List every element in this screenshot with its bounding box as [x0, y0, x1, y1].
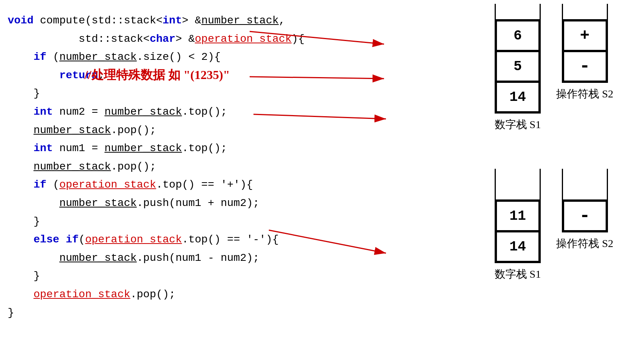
bottom-op-stack-top-space — [562, 169, 608, 199]
top-number-stack-wrapper: 6 5 14 数字栈 S1 — [495, 4, 541, 132]
code-line-17: } — [8, 304, 361, 322]
code-line-5: } — [8, 84, 361, 103]
top-op-stack: + - — [562, 19, 608, 83]
top-op-stack-top-space — [562, 4, 608, 19]
code-line-16: operation_stack.pop(); — [8, 285, 361, 304]
top-op-cell-plus: + — [563, 20, 607, 51]
bottom-number-stack-label: 数字栈 S1 — [495, 267, 541, 282]
top-number-stack-label: 数字栈 S1 — [495, 117, 541, 132]
top-op-stack-label: 操作符栈 S2 — [556, 87, 613, 101]
code-line-8: int num1 = number_stack.top(); — [8, 139, 361, 158]
bottom-op-cell-minus: - — [563, 201, 607, 231]
bottom-number-cell-11: 11 — [496, 201, 540, 231]
top-op-cell-minus: - — [563, 51, 607, 82]
code-line-1: void compute(std::stack<int> &number_sta… — [8, 12, 361, 30]
code-line-15: } — [8, 267, 361, 285]
top-number-stack-top-space — [495, 4, 541, 19]
code-section: void compute(std::stack<int> &number_sta… — [0, 0, 369, 364]
bottom-number-stack-wrapper: 11 14 数字栈 S1 — [495, 169, 541, 282]
top-number-stack: 6 5 14 — [495, 19, 541, 114]
code-line-9: number_stack.pop(); — [8, 158, 361, 176]
top-op-stack-wrapper: + - 操作符栈 S2 — [556, 4, 613, 132]
code-line-6: int num2 = number_stack.top(); — [8, 103, 361, 121]
code-line-2: std::stack<char> &operation stack){ — [8, 30, 361, 48]
bottom-op-stack-wrapper: - 操作符栈 S2 — [556, 169, 613, 282]
top-number-cell-5: 5 — [496, 51, 540, 82]
code-line-12: } — [8, 212, 361, 231]
top-number-cell-6: 6 — [496, 20, 540, 51]
bottom-number-stack-top-space — [495, 169, 541, 199]
code-line-13: else if(operation_stack.top() == '-'){ — [8, 231, 361, 249]
top-number-cell-14: 14 — [496, 82, 540, 112]
top-stack-pair: 6 5 14 数字栈 S1 + - 操作符栈 S2 — [495, 4, 613, 132]
code-line-10: if (operation_stack.top() == '+'){ — [8, 176, 361, 194]
bottom-stack-pair: 11 14 数字栈 S1 - 操作符栈 S2 — [495, 169, 613, 282]
code-line-14: number_stack.push(num1 - num2); — [8, 249, 361, 267]
code-line-11: number_stack.push(num1 + num2); — [8, 194, 361, 212]
code-line-3: if (number_stack.size() < 2){ — [8, 48, 361, 66]
code-line-7: number_stack.pop(); — [8, 121, 361, 140]
comment-text: //处理特殊数据 如 "(1235)" — [84, 64, 230, 85]
bottom-number-cell-14: 14 — [496, 231, 540, 262]
bottom-op-stack: - — [562, 199, 608, 232]
bottom-op-stack-label: 操作符栈 S2 — [556, 236, 613, 251]
bottom-number-stack: 11 14 — [495, 199, 541, 263]
